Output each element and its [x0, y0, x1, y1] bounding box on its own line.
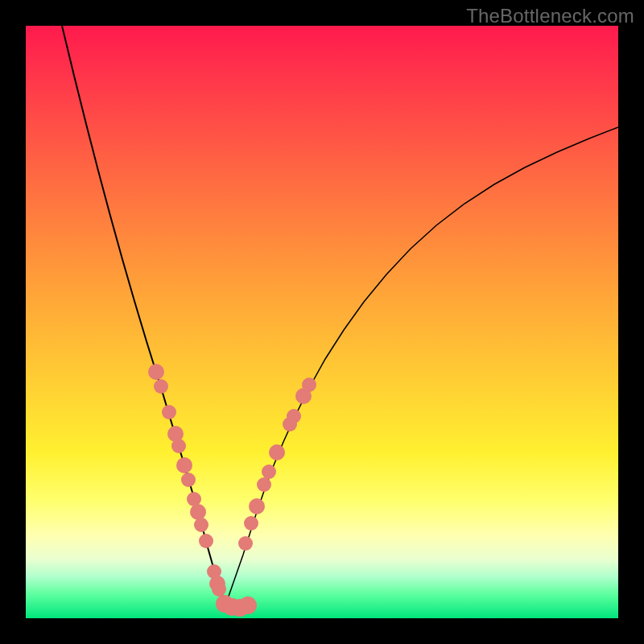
data-dot	[162, 405, 176, 419]
data-dot	[244, 516, 258, 530]
data-dot	[181, 473, 196, 487]
data-dot	[269, 444, 285, 460]
data-dot	[212, 582, 226, 597]
plot-area	[26, 26, 618, 618]
data-dot	[239, 597, 257, 614]
data-dot	[190, 504, 206, 520]
data-dot	[302, 378, 316, 392]
data-dot	[194, 518, 208, 532]
data-dot	[171, 439, 186, 453]
data-dot	[257, 477, 271, 492]
watermark-text: TheBottleneck.com	[466, 5, 634, 27]
data-dot	[154, 379, 168, 394]
data-dot	[287, 409, 301, 423]
data-dot	[176, 457, 192, 473]
data-dot	[199, 534, 213, 548]
chart-svg	[26, 26, 618, 618]
data-dot	[262, 464, 276, 479]
curve-right-curve	[225, 127, 618, 605]
chart-frame: TheBottleneck.com	[0, 0, 644, 644]
data-dot	[148, 364, 164, 380]
data-dot	[249, 498, 265, 514]
data-dot	[238, 536, 253, 551]
